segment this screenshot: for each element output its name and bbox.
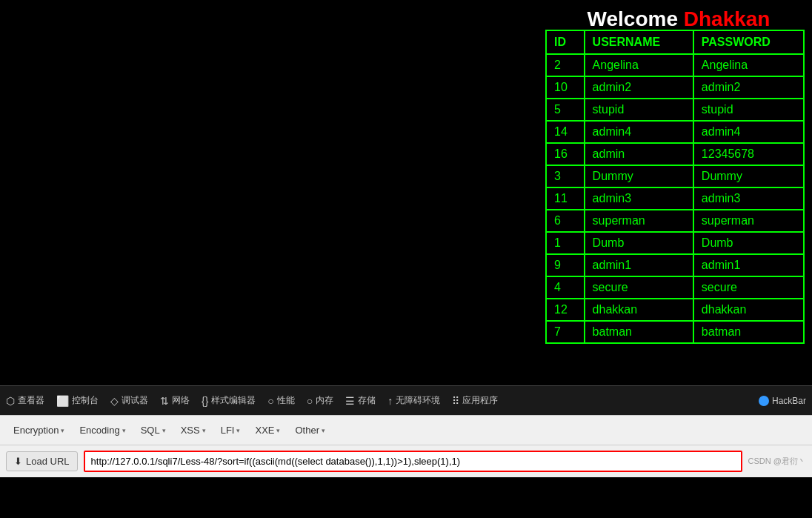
devtool-network[interactable]: ⇅ 网络 — [160, 394, 190, 407]
devtool-inspector[interactable]: ⬡ 查看器 — [6, 394, 44, 407]
table-row: 9admin1admin1 — [546, 254, 804, 276]
cell-password: admin2 — [693, 76, 804, 99]
console-label: 控制台 — [72, 394, 99, 407]
devtool-style-editor[interactable]: {} 样式编辑器 — [202, 394, 256, 407]
cell-password: admin1 — [693, 254, 804, 276]
style-editor-label: 样式编辑器 — [211, 394, 256, 407]
encoding-menu[interactable]: Encoding ▾ — [73, 422, 131, 439]
xss-caret: ▾ — [202, 427, 206, 434]
col-password: PASSWORD — [693, 30, 804, 54]
cell-username: admin2 — [585, 76, 693, 99]
table-row: 1DumbDumb — [546, 232, 804, 254]
sql-caret: ▾ — [162, 427, 166, 434]
cell-id: 12 — [546, 299, 585, 321]
devtool-application[interactable]: ⠿ 应用程序 — [452, 394, 498, 407]
cell-password: Dummy — [693, 165, 804, 187]
storage-icon: ☰ — [345, 395, 355, 407]
sql-menu[interactable]: SQL ▾ — [135, 422, 172, 439]
cell-id: 1 — [546, 232, 585, 254]
cell-password: superman — [693, 210, 804, 232]
cell-username: stupid — [585, 99, 693, 121]
table-row: 14admin4admin4 — [546, 121, 804, 143]
url-input-wrapper — [84, 451, 742, 472]
xxe-menu[interactable]: XXE ▾ — [249, 422, 286, 439]
devtool-hackbar[interactable]: HackBar — [759, 396, 806, 406]
csdn-watermark: CSDN @君衍丶 — [748, 456, 806, 467]
cell-username: admin — [585, 143, 693, 165]
cell-password: admin3 — [693, 187, 804, 210]
cell-id: 14 — [546, 121, 585, 143]
cell-id: 5 — [546, 99, 585, 121]
encryption-menu[interactable]: Encryption ▾ — [7, 422, 70, 439]
cell-id: 4 — [546, 276, 585, 299]
table-row: 5stupidstupid — [546, 99, 804, 121]
network-label: 网络 — [172, 394, 190, 407]
cell-id: 9 — [546, 254, 585, 276]
cell-username: dhakkan — [585, 299, 693, 321]
load-icon: ⬇ — [14, 456, 22, 467]
cell-password: secure — [693, 276, 804, 299]
data-table-container: ID USERNAME PASSWORD 2AngelinaAngelina10… — [545, 30, 805, 344]
devtool-console[interactable]: ⬜ 控制台 — [56, 394, 99, 407]
cell-password: admin4 — [693, 121, 804, 143]
welcome-title: Welcome Dhakkan — [545, 7, 812, 31]
load-url-button[interactable]: ⬇ Load URL — [6, 451, 78, 471]
cell-username: Dumb — [585, 232, 693, 254]
url-input[interactable] — [84, 451, 742, 472]
cell-password: batman — [693, 321, 804, 343]
style-editor-icon: {} — [202, 395, 208, 407]
cell-username: admin1 — [585, 254, 693, 276]
other-menu[interactable]: Other ▾ — [289, 422, 331, 439]
welcome-name: Dhakkan — [684, 7, 771, 30]
cell-username: secure — [585, 276, 693, 299]
cell-id: 7 — [546, 321, 585, 343]
table-header-row: ID USERNAME PASSWORD — [546, 30, 804, 54]
memory-icon: ○ — [307, 395, 313, 407]
cell-username: superman — [585, 210, 693, 232]
console-icon: ⬜ — [56, 395, 69, 407]
cell-id: 3 — [546, 165, 585, 187]
devtool-storage[interactable]: ☰ 存储 — [345, 394, 376, 407]
table-row: 10admin2admin2 — [546, 76, 804, 99]
xss-menu[interactable]: XSS ▾ — [175, 422, 212, 439]
hackbar-label: HackBar — [772, 396, 806, 406]
hackbar-toolbar: Encryption ▾ Encoding ▾ SQL ▾ XSS ▾ LFI … — [0, 415, 812, 445]
devtool-accessibility[interactable]: ↑ 无障碍环境 — [387, 394, 440, 407]
col-id: ID — [546, 30, 585, 54]
network-icon: ⇅ — [160, 395, 169, 407]
memory-label: 内存 — [316, 394, 333, 407]
accessibility-label: 无障碍环境 — [396, 394, 440, 407]
cell-password: Dumb — [693, 232, 804, 254]
cell-id: 11 — [546, 187, 585, 210]
load-url-label: Load URL — [26, 456, 70, 467]
url-bar: ⬇ Load URL CSDN @君衍丶 — [0, 445, 812, 477]
lfi-caret: ▾ — [236, 427, 240, 434]
accessibility-icon: ↑ — [387, 395, 393, 407]
application-icon: ⠿ — [452, 395, 459, 407]
application-label: 应用程序 — [462, 394, 498, 407]
devtool-debugger[interactable]: ◇ 调试器 — [110, 394, 148, 407]
cell-username: admin4 — [585, 121, 693, 143]
inspector-icon: ⬡ — [6, 395, 15, 407]
table-row: 11admin3admin3 — [546, 187, 804, 210]
performance-icon: ○ — [267, 395, 273, 407]
storage-label: 存储 — [358, 394, 376, 407]
table-row: 7batmanbatman — [546, 321, 804, 343]
devtool-memory[interactable]: ○ 内存 — [307, 394, 333, 407]
encoding-caret: ▾ — [122, 427, 126, 434]
cell-username: admin3 — [585, 187, 693, 210]
cell-password: stupid — [693, 99, 804, 121]
table-body: 2AngelinaAngelina10admin2admin25stupidst… — [546, 54, 804, 343]
debugger-label: 调试器 — [122, 394, 148, 407]
devtool-performance[interactable]: ○ 性能 — [267, 394, 294, 407]
table-row: 12dhakkandhakkan — [546, 299, 804, 321]
performance-label: 性能 — [277, 394, 295, 407]
cell-password: 12345678 — [693, 143, 804, 165]
cell-id: 6 — [546, 210, 585, 232]
encoding-label: Encoding — [79, 425, 119, 436]
lfi-menu[interactable]: LFI ▾ — [215, 422, 247, 439]
xxe-caret: ▾ — [276, 427, 280, 434]
cell-password: dhakkan — [693, 299, 804, 321]
cell-password: Angelina — [693, 54, 804, 76]
hackbar-icon — [759, 396, 769, 406]
